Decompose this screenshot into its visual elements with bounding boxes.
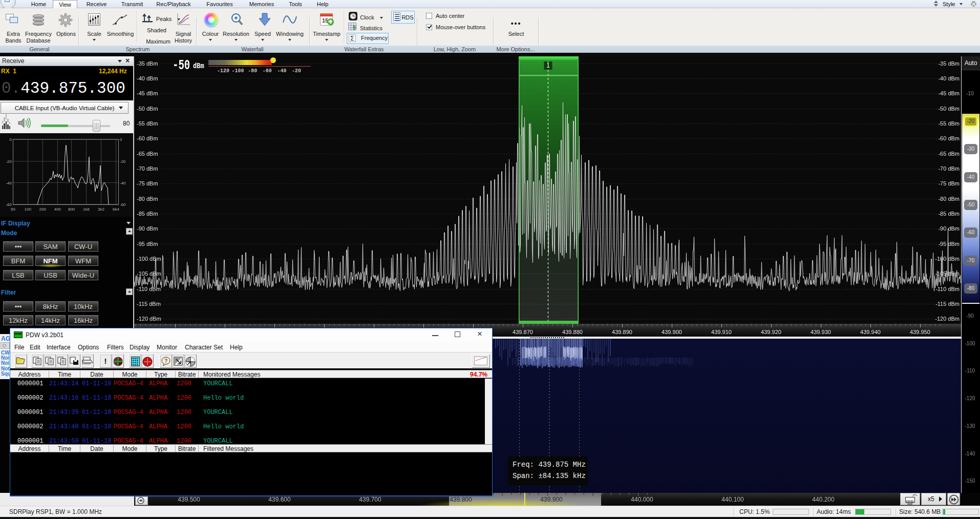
svg-text:?: ? xyxy=(164,358,167,364)
